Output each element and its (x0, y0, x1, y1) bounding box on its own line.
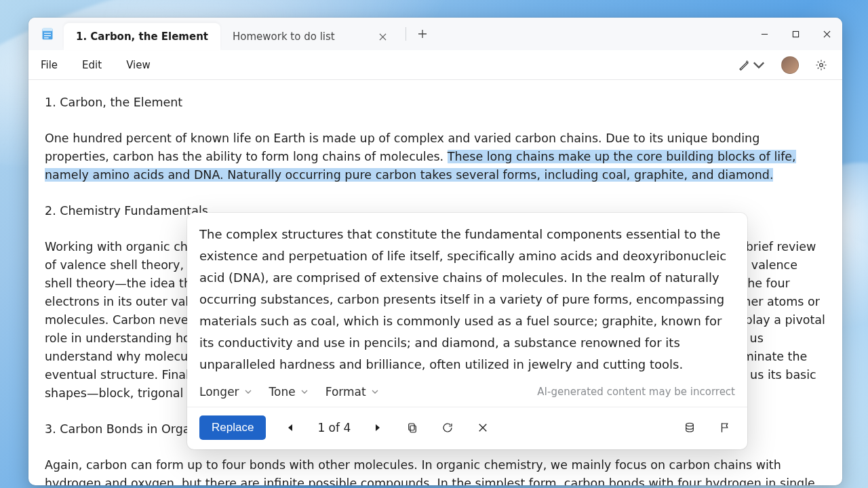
history-button[interactable] (679, 418, 700, 438)
tab-inactive[interactable]: Homework to do list (220, 23, 403, 50)
ai-rewrite-button[interactable] (735, 56, 768, 74)
option-longer-label: Longer (199, 385, 239, 399)
option-format[interactable]: Format (326, 385, 378, 399)
svg-point-9 (686, 423, 694, 426)
minimize-icon (761, 30, 768, 38)
close-icon (477, 422, 489, 434)
close-window-button[interactable] (811, 18, 842, 50)
plus-icon (418, 29, 427, 39)
window-controls (749, 18, 842, 50)
prev-suggestion-button[interactable] (281, 418, 300, 437)
menu-view[interactable]: View (126, 59, 151, 71)
stack-icon (684, 422, 696, 434)
user-avatar[interactable] (781, 56, 799, 74)
doc-heading-1: 1. Carbon, the Element (45, 94, 826, 112)
magic-pen-icon (738, 59, 750, 71)
doc-paragraph-3: Again, carbon can form up to four bonds … (45, 456, 826, 485)
tab-active-label: 1. Carbon, the Element (76, 30, 208, 43)
notepad-window: 1. Carbon, the Element Homework to do li… (28, 18, 842, 485)
titlebar: 1. Carbon, the Element Homework to do li… (28, 18, 842, 50)
close-icon (823, 30, 831, 38)
rewrite-suggestion-text: The complex structures that constitute t… (187, 213, 747, 381)
triangle-right-icon (374, 424, 381, 432)
rewrite-options-row: Longer Tone Format AI-generated content … (187, 381, 747, 407)
refresh-icon (441, 422, 454, 434)
close-icon (379, 33, 387, 41)
tab-separator (406, 27, 406, 41)
ai-disclaimer: AI-generated content may be incorrect (537, 386, 735, 398)
maximize-button[interactable] (780, 18, 811, 50)
doc-paragraph-1: One hundred percent of known life on Ear… (45, 129, 826, 184)
dismiss-button[interactable] (473, 418, 493, 438)
option-tone[interactable]: Tone (269, 385, 308, 399)
option-tone-label: Tone (269, 385, 296, 399)
tab-inactive-label: Homework to do list (233, 30, 335, 43)
triangle-left-icon (287, 424, 294, 432)
svg-rect-7 (410, 426, 416, 432)
svg-rect-1 (43, 28, 53, 31)
menu-file[interactable]: File (41, 59, 58, 71)
ai-rewrite-popup: The complex structures that constitute t… (187, 213, 747, 449)
chevron-down-icon (372, 388, 378, 395)
tab-active[interactable]: 1. Carbon, the Element (64, 23, 220, 50)
settings-button[interactable] (812, 56, 830, 74)
suggestion-counter: 1 of 4 (315, 421, 353, 434)
flag-icon (719, 422, 731, 434)
chevron-down-icon (301, 388, 308, 395)
rewrite-actions-row: Replace 1 of 4 (187, 407, 747, 449)
svg-point-6 (820, 63, 823, 66)
svg-rect-5 (793, 31, 798, 37)
next-suggestion-button[interactable] (368, 418, 387, 437)
svg-rect-8 (409, 424, 414, 430)
chevron-down-icon (753, 59, 765, 71)
tab-close-button[interactable] (376, 29, 391, 44)
replace-button[interactable]: Replace (199, 415, 266, 440)
maximize-icon (792, 30, 800, 38)
chevron-down-icon (245, 388, 252, 395)
copy-icon (406, 422, 418, 434)
report-button[interactable] (715, 418, 735, 438)
minimize-button[interactable] (749, 18, 780, 50)
regenerate-button[interactable] (437, 418, 458, 438)
menu-edit[interactable]: Edit (82, 59, 102, 71)
gear-icon (815, 59, 827, 71)
new-tab-button[interactable] (409, 29, 436, 39)
option-longer[interactable]: Longer (199, 385, 252, 399)
option-format-label: Format (326, 385, 366, 399)
notepad-app-icon (41, 27, 54, 41)
menubar: File Edit View (28, 50, 842, 80)
copy-button[interactable] (402, 418, 422, 438)
